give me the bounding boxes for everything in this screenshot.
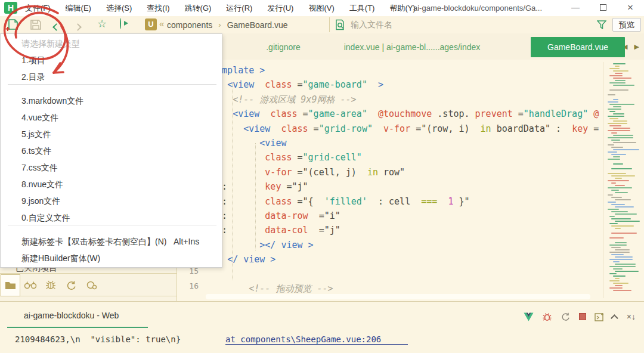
search-placeholder: 输入文件名 (351, 20, 392, 30)
window-controls: — × (562, 0, 644, 16)
code-line-7[interactable]: class ="grid-cell" (206, 150, 362, 165)
minimap[interactable] (603, 62, 643, 298)
new-file-menu-item-1[interactable]: 2.目录 (21, 72, 45, 83)
menubar-item-0[interactable]: 文件(F) (25, 3, 51, 14)
code-line-10[interactable]: : class ="{ 'filled' : cell === 1 }" (206, 194, 470, 209)
titlebar: H 文件(F)编辑(E)选择(S)查找(I)跳转(G)运行(R)发行(U)视图(… (0, 0, 644, 16)
new-file-menu-header: 请选择新建类型 (21, 39, 80, 49)
breadcrumb-item-1[interactable]: GameBoard.vue (227, 20, 288, 30)
tab-scroll-arrows[interactable]: ◀ ▶ (623, 43, 642, 51)
back-icon (52, 23, 60, 31)
code-line-5[interactable]: <view class ="grid-row" v-for ="(row, i)… (206, 122, 599, 136)
menubar-item-1[interactable]: 编辑(E) (66, 3, 91, 14)
code-line-12[interactable]: : data-col ="j" (206, 223, 340, 237)
preview-button[interactable]: 预览 (612, 18, 641, 32)
bug-icon (45, 280, 56, 290)
debug-bug-icon[interactable] (542, 312, 552, 321)
panel-icon-strip (0, 273, 177, 296)
menubar-item-4[interactable]: 跳转(G) (185, 3, 212, 14)
collapse-chevrons-icon[interactable]: « (159, 18, 164, 29)
folder-icon (5, 281, 16, 290)
new-file-button[interactable] (5, 18, 20, 32)
menubar-item-5[interactable]: 运行(R) (226, 3, 252, 14)
close-console-icon[interactable]: ×↓ (627, 312, 636, 321)
forward-button[interactable] (75, 21, 80, 32)
app-logo-icon: H (4, 2, 17, 14)
console-tab-underline (7, 327, 148, 328)
new-file-menu-item-0[interactable]: 1.项目 (21, 55, 45, 66)
menubar-item-7[interactable]: 视图(V) (308, 3, 334, 14)
editor-tab-2[interactable]: GameBoard.vue (531, 37, 625, 57)
editor-tabbar: ◀ ▶ .gitignoreindex.vue | ai-game-bl....… (177, 33, 644, 60)
forward-icon (74, 23, 82, 31)
menu-divider (8, 84, 216, 85)
console-source-link[interactable]: at components\SheepGame.vue:206 (225, 335, 408, 345)
code-editor[interactable]: 1516 <template > <view class ="game-boar… (177, 60, 644, 301)
breadcrumb-separator: › (218, 20, 221, 29)
play-icon (120, 18, 121, 29)
menubar: 文件(F)编辑(E)选择(S)查找(I)跳转(G)运行(R)发行(U)视图(V)… (25, 0, 416, 16)
new-file-menu-item-10[interactable]: 新建标签卡【双击标签卡右侧空白】(N) (21, 237, 166, 247)
resources-panel-button[interactable] (82, 274, 100, 296)
files-tab-active[interactable] (1, 274, 20, 296)
menubar-item-6[interactable]: 发行(U) (267, 3, 293, 14)
new-file-menu-item-6[interactable]: 7.css文件 (21, 163, 58, 174)
new-file-menu-item-9[interactable]: 0.自定义文件 (21, 213, 70, 224)
code-line-2[interactable]: <view class ="game-board" > (206, 78, 383, 92)
breadcrumb-item-0[interactable]: components (167, 20, 212, 30)
star-icon[interactable]: ☆ (97, 17, 107, 30)
back-button[interactable] (54, 21, 59, 32)
uniapp-icon[interactable]: U (145, 18, 157, 30)
code-line-8[interactable]: v-for ="(cell, j) in row" (206, 165, 405, 179)
clear-console-icon[interactable] (595, 312, 605, 321)
code-area[interactable]: <template > <view class ="game-board" > … (206, 60, 601, 298)
resource-icon (86, 280, 97, 290)
menubar-item-9[interactable]: 帮助(Y) (389, 3, 415, 14)
collapse-console-icon[interactable] (613, 311, 618, 322)
console-panel: ai-game-blockdoku - Web 2109484623,\n "v… (0, 301, 644, 353)
new-file-menu-item-5[interactable]: 6.ts文件 (21, 146, 52, 157)
new-file-menu-item-7[interactable]: 8.nvue文件 (21, 179, 63, 190)
line-number-15: 15 (177, 267, 199, 275)
window-title: ai-game-blockdoku/components/Ga... (413, 0, 542, 16)
editor-tab-1[interactable]: index.vue | ai-game-bl......ages/index (325, 37, 499, 57)
menubar-item-3[interactable]: 查找(I) (147, 3, 169, 14)
close-button[interactable]: × (617, 0, 644, 16)
restart-icon[interactable] (561, 312, 571, 321)
new-file-menu: 请选择新建类型 1.项目2.目录3.markdown文件4.vue文件5.js文… (0, 33, 222, 268)
refresh-icon (66, 280, 77, 290)
breadcrumb: components›GameBoard.vue (167, 16, 288, 33)
code-line-3[interactable]: <!-- 游戏区域 9x9网格 --> (206, 92, 357, 107)
debug-panel-button[interactable] (42, 274, 60, 296)
console-tab[interactable]: ai-game-blockdoku - Web (24, 311, 119, 320)
file-search-field[interactable]: 输入文件名 (329, 17, 596, 32)
code-line-11[interactable]: : data-row ="i" (206, 209, 340, 223)
hbuilderx-window: H 文件(F)编辑(E)选择(S)查找(I)跳转(G)运行(R)发行(U)视图(… (0, 0, 644, 353)
new-file-menu-item-11[interactable]: 新建HBuilder窗体(W) (21, 253, 100, 264)
new-file-menu-item-8[interactable]: 9.json文件 (21, 196, 60, 207)
binoculars-icon (24, 281, 37, 289)
maximize-icon (600, 4, 606, 11)
filter-icon[interactable] (597, 20, 606, 29)
run-button[interactable] (120, 18, 121, 29)
toolbar: ☆ U « components›GameBoard.vue 输入文件名 预览 (0, 16, 644, 34)
refresh-panel-button[interactable] (62, 274, 80, 296)
menu-shortcut: Alt+Ins (174, 237, 199, 246)
new-file-menu-item-4[interactable]: 5.js文件 (21, 129, 51, 140)
new-file-menu-item-3[interactable]: 4.vue文件 (21, 113, 58, 123)
new-file-menu-item-2[interactable]: 3.markdown文件 (21, 96, 83, 107)
code-line-4[interactable]: <view class ="game-area" @touchmove .sto… (206, 107, 599, 121)
maximize-button[interactable] (589, 0, 617, 16)
line-number-16: 16 (177, 281, 199, 290)
minimize-button[interactable]: — (562, 0, 589, 16)
menubar-item-8[interactable]: 工具(T) (349, 3, 375, 14)
stop-icon[interactable] (579, 313, 586, 320)
save-icon[interactable] (30, 19, 42, 30)
menu-divider (8, 225, 216, 225)
search-panel-button[interactable] (21, 274, 39, 296)
search-file-icon (335, 19, 346, 30)
menubar-item-2[interactable]: 选择(S) (106, 3, 132, 14)
horizontal-scrollbar[interactable] (206, 294, 590, 299)
console-output: 2109484623,\n "visible": true\n} (15, 335, 181, 344)
editor-tab-0[interactable]: .gitignore (256, 37, 310, 57)
